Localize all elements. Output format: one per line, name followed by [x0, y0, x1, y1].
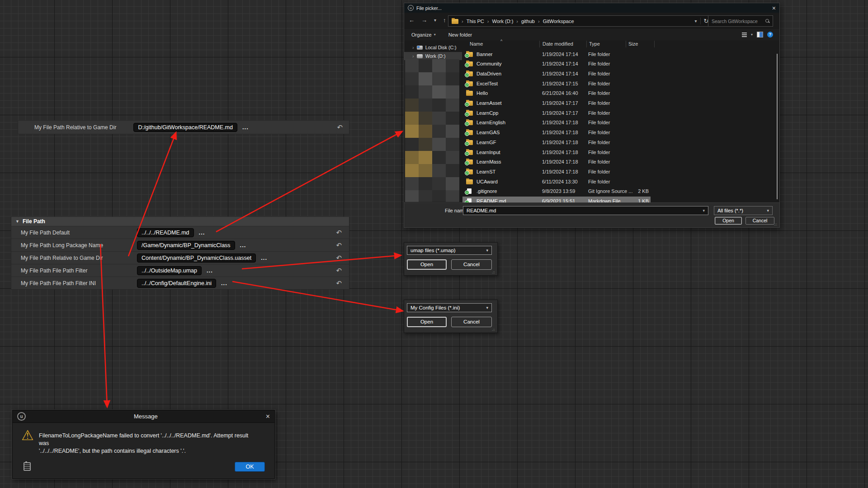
reset-to-default-icon[interactable]: ↶ — [336, 254, 342, 261]
umap-filter-value: umap files (*.umap) — [410, 248, 456, 253]
browse-ellipsis-button[interactable]: ... — [240, 242, 246, 249]
umap-filter-chevron-icon: ▾ — [486, 248, 488, 253]
vertical-scrollbar[interactable] — [777, 54, 778, 199]
property-value-box[interactable]: ../../OutsideMap.umap — [137, 266, 202, 275]
ok-button[interactable]: OK — [235, 462, 265, 472]
column-header-date-modified[interactable]: Date modified — [542, 41, 573, 47]
organize-menu[interactable]: Organize ▾ — [411, 32, 436, 38]
nav-arrow-group: ← → ▾ ↑ — [409, 17, 446, 23]
view-chevron-icon[interactable]: ▾ — [751, 33, 753, 37]
file-row-learnst[interactable]: ✓LearnST1/19/2024 17:18File folder — [462, 167, 651, 176]
help-icon[interactable]: ? — [767, 32, 773, 38]
cancel-button[interactable]: Cancel — [745, 217, 774, 225]
back-icon[interactable]: ← — [409, 17, 415, 23]
git-check-icon: ✓ — [465, 83, 469, 87]
resize-grip-icon[interactable]: .:: — [492, 328, 496, 332]
folder-icon: ✓ — [466, 169, 473, 174]
file-row-learninput[interactable]: ✓LearnInput1/19/2024 17:18File folder — [462, 147, 651, 157]
new-folder-button[interactable]: New folder — [448, 32, 472, 38]
picker-footer: File name: README.md ▾ All files (*.*) ▾… — [404, 202, 779, 227]
file-date-modified: 1/19/2024 17:17 — [542, 110, 578, 116]
umap-open-button[interactable]: Open — [407, 259, 447, 270]
copy-to-clipboard-icon[interactable] — [24, 462, 31, 471]
expand-chevron-icon[interactable]: › — [412, 45, 414, 50]
file-date-modified: 1/19/2024 17:18 — [542, 120, 578, 125]
file-type-filter-select[interactable]: All files (*.*) ▾ — [714, 206, 773, 215]
resize-grip-icon[interactable]: .:: — [492, 270, 496, 274]
column-header-size[interactable]: Size — [628, 41, 638, 47]
address-dropdown-chevron-icon[interactable]: ▾ — [691, 19, 700, 23]
reset-to-default-icon[interactable]: ↶ — [336, 229, 342, 236]
property-value-wrap: ../../../README.md... — [137, 228, 205, 237]
browse-ellipsis-button[interactable]: ... — [207, 267, 213, 274]
ini-cancel-button[interactable]: Cancel — [451, 317, 492, 327]
git-check-icon: ✓ — [465, 131, 469, 136]
file-row-learngas[interactable]: ✓LearnGAS1/19/2024 17:18File folder — [462, 128, 651, 137]
close-icon[interactable]: × — [772, 5, 776, 11]
section-title: File Path — [23, 218, 45, 225]
file-row-ucaward[interactable]: UCAward6/11/2024 13:30File folder — [462, 177, 651, 186]
property-value-box[interactable]: /Game/Dynamic/BP_DynamicClass — [137, 241, 235, 250]
breadcrumb-item-github[interactable]: github — [521, 19, 535, 24]
recent-locations-chevron-icon[interactable]: ▾ — [434, 17, 436, 23]
breadcrumb-item-gitworkspace[interactable]: GitWorkspace — [543, 19, 574, 24]
umap-filter-select[interactable]: umap files (*.umap) ▾ — [407, 246, 492, 255]
file-row-learnmass[interactable]: ✓LearnMass1/19/2024 17:18File folder — [462, 157, 651, 167]
forward-icon[interactable]: → — [421, 17, 427, 23]
tree-item-local-disk-c[interactable]: ›Local Disk (C:) — [404, 43, 462, 52]
file-row-banner[interactable]: ✓Banner1/19/2024 17:14File folder — [462, 49, 651, 59]
property-value-box[interactable]: ../../../README.md — [137, 228, 194, 237]
file-type: File folder — [588, 130, 610, 135]
file-date-modified: 6/11/2024 13:30 — [542, 179, 578, 184]
search-input[interactable]: Search GitWorkspace — [708, 15, 773, 27]
file-row-datadriven[interactable]: ✓DataDriven1/19/2024 17:14File folder — [462, 69, 651, 78]
collapse-triangle-icon[interactable]: ▼ — [15, 219, 19, 224]
property-label: My File Path Default — [11, 230, 137, 236]
file-row-learnasset[interactable]: ✓LearnAsset1/19/2024 17:17File folder — [462, 99, 651, 108]
sort-ascending-icon[interactable]: ^ — [500, 39, 502, 43]
property-value-box[interactable]: Content/Dynamic/BP_DynamicClass.uasset — [137, 253, 256, 263]
reset-to-default-icon[interactable]: ↶ — [336, 242, 342, 249]
git-check-icon: ✓ — [465, 190, 469, 195]
up-icon[interactable]: ↑ — [443, 17, 446, 23]
message-titlebar[interactable]: u Message × — [13, 410, 274, 423]
property-value-box[interactable]: ../../Config/DefaultEngine.ini — [137, 279, 216, 288]
breadcrumb-item-work-d[interactable]: Work (D:) — [492, 19, 513, 24]
ini-open-button[interactable]: Open — [407, 317, 447, 327]
file-row-learngf[interactable]: ✓LearnGF1/19/2024 17:18File folder — [462, 137, 651, 147]
expand-chevron-icon[interactable]: › — [412, 53, 414, 59]
file-row-learnenglish[interactable]: ✓LearnEnglish1/19/2024 17:18File folder — [462, 118, 651, 127]
property-value-box[interactable]: D:/github/GitWorkspace/README.md — [133, 123, 237, 132]
file-name-chevron-icon[interactable]: ▾ — [703, 208, 705, 213]
browse-ellipsis-button[interactable]: ... — [199, 229, 205, 236]
file-row-community[interactable]: ✓Community1/19/2024 17:14File folder — [462, 59, 651, 69]
message-line-1: FilenameToLongPackageName failed to conv… — [39, 432, 255, 447]
picker-titlebar[interactable]: u File picker... × — [404, 3, 779, 13]
file-row-exceltest[interactable]: ✓ExcelTest1/19/2024 17:15File folder — [462, 79, 651, 88]
list-view-icon[interactable] — [742, 33, 747, 37]
ini-filter-select[interactable]: My Config Files (*.ini) ▾ — [407, 303, 492, 312]
open-button[interactable]: Open — [715, 217, 742, 225]
browse-ellipsis-button[interactable]: ... — [242, 124, 249, 131]
reset-to-default-icon[interactable]: ↶ — [336, 267, 342, 274]
umap-cancel-button[interactable]: Cancel — [451, 259, 492, 270]
column-divider — [654, 41, 655, 47]
close-icon[interactable]: × — [266, 413, 270, 420]
breadcrumb[interactable]: ›This PC›Work (D:)›github›GitWorkspace ▾… — [448, 15, 712, 27]
file-row-gitignore[interactable]: ✓.gitignore9/8/2023 13:59Git Ignore Sour… — [462, 187, 651, 196]
column-header-name[interactable]: Name — [470, 41, 483, 47]
file-date-modified: 1/19/2024 17:18 — [542, 159, 578, 164]
browse-ellipsis-button[interactable]: ... — [221, 280, 227, 286]
file-row-learncpp[interactable]: ✓LearnCpp1/19/2024 17:17File folder — [462, 108, 651, 117]
file-path-section-header[interactable]: ▼ File Path — [11, 217, 349, 226]
reset-to-default-icon[interactable]: ↶ — [337, 124, 343, 131]
reset-to-default-icon[interactable]: ↶ — [336, 280, 342, 286]
browse-ellipsis-button[interactable]: ... — [261, 254, 267, 261]
file-row-hello[interactable]: Hello6/21/2024 16:40File folder — [462, 89, 651, 98]
file-type: File folder — [588, 81, 610, 86]
breadcrumb-item-this-pc[interactable]: This PC — [467, 19, 484, 24]
resize-grip-icon[interactable]: .:: — [774, 222, 778, 226]
column-header-type[interactable]: Type — [589, 41, 600, 47]
file-name-input[interactable]: README.md ▾ — [463, 206, 708, 215]
preview-pane-icon[interactable] — [757, 32, 763, 38]
